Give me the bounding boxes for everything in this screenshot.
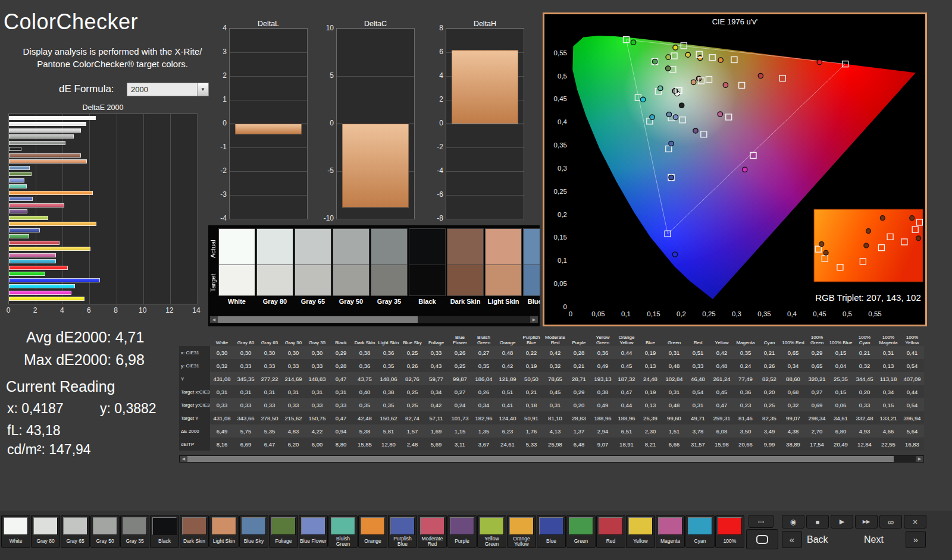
patch-tile-button[interactable]: Blue Flower [299,515,328,548]
patch-tile-button[interactable]: Light Skin [209,515,239,548]
actual-row-label: Actual [209,232,217,266]
table-cell: 277,22 [258,372,281,385]
table-cell: 0,21 [757,346,781,359]
play-icon: ▶ [840,518,844,526]
play-button[interactable]: ▶ [831,515,853,528]
current-reading-title: Current Reading [6,378,115,395]
patch-tile-button[interactable]: Purple [447,515,477,548]
table-cell: 57,11 [424,411,448,424]
target-swatch [447,265,484,296]
patch-tile-button[interactable]: White [1,515,30,548]
measured-marker [673,115,678,119]
patch-tile-label: Blue Flower [300,536,327,547]
patch-tile-button[interactable]: Gray 65 [61,515,90,548]
display-button[interactable]: ▭ [749,515,774,528]
patch-tile-button[interactable]: Foliage [269,515,298,548]
swatch-column[interactable]: Gray 65 [295,228,331,313]
patch-tile-button[interactable]: Cyan [685,515,715,548]
patch-tile-label: Moderate Red [419,536,446,547]
axis-tick-label: 4 [204,24,227,32]
swatch-column[interactable]: Black [409,228,446,313]
swatch-column[interactable]: Blue Sky [523,228,540,313]
table-cell: 0,27 [448,385,472,398]
table-cell: 17,54 [805,438,829,451]
swatch-column[interactable]: Gray 35 [371,228,408,313]
patch-tile-button[interactable]: Orange [358,515,387,548]
table-cell: 0,33 [258,398,281,411]
back-label[interactable]: Back [807,534,828,545]
patch-tile-button[interactable]: 100% [715,515,744,548]
patch-tile-button[interactable]: Gray 50 [90,515,120,548]
strip-scroll-track[interactable] [218,316,530,323]
table-cell: 133,21 [876,411,900,424]
gridline [230,171,307,172]
patch-tile-button[interactable]: Yellow Green [477,515,506,548]
measured-marker [640,97,645,102]
table-cell: 20,66 [734,438,757,451]
swatch-column[interactable]: Gray 50 [333,228,369,313]
scroll-left-icon[interactable]: ◀ [210,316,218,323]
close-button[interactable]: × [904,515,926,528]
swatch-column[interactable]: Light Skin [485,228,522,313]
table-cell: 4,93 [853,424,876,438]
delta-e-bar [9,253,56,257]
table-cell: 88,60 [781,372,805,385]
back-button[interactable]: « [782,531,802,548]
patch-tile-button[interactable]: Blue Sky [239,515,268,548]
patch-tile-button[interactable]: Gray 80 [31,515,60,548]
gridline [89,114,90,304]
table-row-label: Y [179,372,210,385]
de-formula-select[interactable]: 2000 ▼ [127,83,209,96]
cie-y-tick: 0,2 [558,211,567,218]
table-col-header: Yellow [710,335,734,346]
skip-button[interactable]: ▶▶ [855,515,878,528]
camera-button[interactable]: ◉ [782,515,804,528]
table-cell: 0,25 [448,359,472,372]
patch-tile-button[interactable]: Yellow [626,515,655,548]
table-scroll-track[interactable] [187,456,916,462]
patch-tile-button[interactable]: Magenta [656,515,685,548]
patch-tile-button[interactable]: Blue [537,515,566,548]
swatch-column[interactable]: White [218,228,255,313]
table-cell: 0,20 [757,385,781,398]
table-scrollbar[interactable]: ◀ ▶ [179,455,924,463]
patch-tile-button[interactable]: Moderate Red [418,515,447,548]
max-de2000: Max dE2000: 6,98 [24,351,145,369]
table-scroll-thumb[interactable] [187,456,894,462]
table-cell: 6,00 [305,438,329,451]
delta-c-y-axis: 1050-5-10 [311,28,334,219]
scroll-left-icon[interactable]: ◀ [180,456,187,462]
loop-button[interactable]: ∞ [879,515,902,528]
next-button[interactable]: » [906,531,926,548]
table-cell: 15,98 [710,438,734,451]
scroll-right-icon[interactable]: ▶ [916,456,923,462]
patch-tile-button[interactable]: Red [596,515,625,548]
patch-tile-button[interactable]: Black [150,515,179,548]
pattern-window-button[interactable] [746,529,778,549]
cie-x-tick: 0,2 [677,310,686,317]
table-cell: 6,51 [615,424,638,438]
axis-tick-label: 6 [421,48,443,56]
table-cell: 99,87 [448,372,472,385]
strip-scroll-thumb[interactable] [218,316,418,323]
patch-tile-button[interactable]: Purplish Blue [388,515,417,548]
scroll-right-icon[interactable]: ▶ [530,316,538,323]
next-label[interactable]: Next [864,534,884,545]
patch-tile-button[interactable]: Green [566,515,596,548]
patch-tile-button[interactable]: Dark Skin [180,515,209,548]
stop-button[interactable]: ■ [806,515,829,528]
strip-scrollbar[interactable]: ◀ ▶ [209,316,538,323]
delta-bar [235,124,302,134]
swatch-column[interactable]: Gray 80 [256,228,293,313]
patch-tile-button[interactable]: Gray 35 [120,515,149,548]
table-cell: 42,48 [353,411,377,424]
patch-tile-button[interactable]: Bluish Green [328,515,358,548]
measured-marker [723,83,728,87]
delta-e-bar [9,228,40,232]
inset-measured-marker [916,236,921,241]
patch-tile-button[interactable]: Orange Yellow [507,515,536,548]
table-cell: 81,46 [734,411,757,424]
table-cell: 1,69 [424,424,448,438]
table-col-header: Blue Flower [448,335,472,346]
swatch-column[interactable]: Dark Skin [447,228,484,313]
